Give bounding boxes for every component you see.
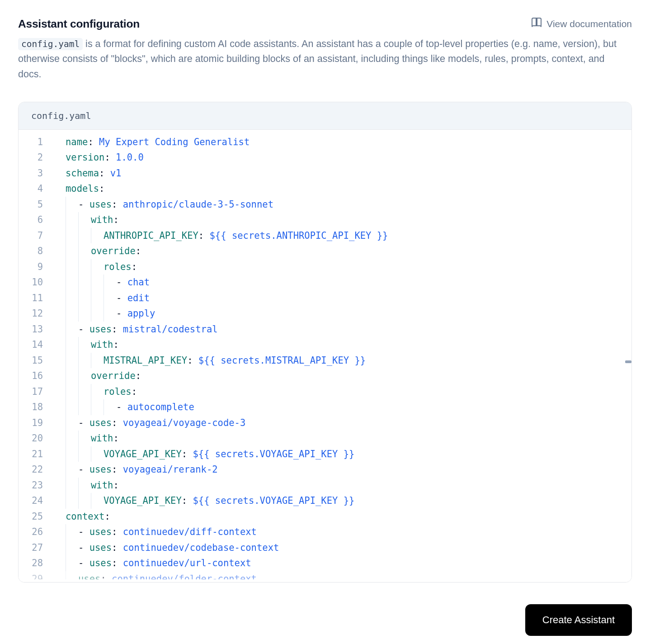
code-content: context:	[55, 509, 631, 525]
indent-guide	[66, 399, 78, 415]
indent-guide	[78, 384, 91, 400]
code-content: VOYAGE_API_KEY: ${{ secrets.VOYAGE_API_K…	[55, 446, 631, 462]
indent-guide	[66, 322, 78, 337]
yaml-key: roles	[104, 261, 132, 272]
yaml-colon: :	[136, 370, 141, 381]
code-line[interactable]: 12- apply	[19, 306, 631, 322]
code-content: VOYAGE_API_KEY: ${{ secrets.VOYAGE_API_K…	[55, 493, 631, 509]
code-content: with:	[55, 212, 631, 228]
yaml-key: models	[66, 183, 99, 194]
yaml-value: continuedev/folder-context	[112, 573, 257, 579]
yaml-dash: -	[116, 277, 127, 288]
code-line[interactable]: 21VOYAGE_API_KEY: ${{ secrets.VOYAGE_API…	[19, 446, 631, 462]
yaml-colon: :	[88, 137, 99, 147]
indent-guide	[78, 275, 91, 290]
code-line[interactable]: 9roles:	[19, 259, 631, 275]
yaml-colon: :	[132, 261, 137, 272]
config-filename-chip: config.yaml	[18, 38, 83, 50]
yaml-value: 1.0.0	[116, 152, 144, 163]
yaml-key: name	[66, 137, 88, 147]
line-number: 27	[19, 540, 55, 556]
code-content: override:	[55, 368, 631, 384]
yaml-secret: ${{ secrets.VOYAGE_API_KEY }}	[193, 449, 354, 459]
code-line[interactable]: 14with:	[19, 337, 631, 353]
code-content: version: 1.0.0	[55, 150, 631, 166]
yaml-value: apply	[127, 308, 155, 319]
code-line[interactable]: 27- uses: continuedev/codebase-context	[19, 540, 631, 556]
yaml-dash: -	[78, 526, 89, 537]
indent-guide	[78, 368, 91, 384]
page-title: Assistant configuration	[18, 18, 140, 30]
code-line[interactable]: 11- edit	[19, 290, 631, 306]
view-documentation-label: View documentation	[546, 19, 632, 29]
indent-guide	[66, 384, 78, 400]
code-line[interactable]: 3schema: v1	[19, 166, 631, 181]
yaml-key: version	[66, 152, 104, 163]
code-line[interactable]: 4models:	[19, 181, 631, 197]
indent-guide	[91, 353, 104, 369]
yaml-value: mistral/codestral	[123, 324, 218, 335]
code-line[interactable]: 23with:	[19, 478, 631, 493]
code-line[interactable]: 18- autocomplete	[19, 399, 631, 415]
create-assistant-button[interactable]: Create Assistant	[525, 604, 632, 636]
line-number: 10	[19, 275, 55, 290]
yaml-colon: :	[99, 168, 110, 179]
code-line[interactable]: 28- uses: continuedev/url-context	[19, 555, 631, 571]
line-number: 4	[19, 181, 55, 197]
code-line[interactable]: 25context:	[19, 509, 631, 525]
code-content: roles:	[55, 384, 631, 400]
code-content: models:	[55, 181, 631, 197]
code-line[interactable]: 8override:	[19, 243, 631, 259]
code-content: - uses: continuedev/url-context	[55, 555, 631, 571]
yaml-dash: -	[116, 308, 127, 319]
code-line[interactable]: 7ANTHROPIC_API_KEY: ${{ secrets.ANTHROPI…	[19, 228, 631, 244]
yaml-value: v1	[110, 168, 122, 179]
indent-guide	[78, 259, 91, 275]
line-number: 19	[19, 415, 55, 431]
yaml-key: with	[91, 214, 113, 225]
yaml-value: My Expert Coding Generalist	[99, 137, 250, 147]
yaml-dash: -	[116, 402, 127, 412]
code-line[interactable]: 10- chat	[19, 275, 631, 290]
view-documentation-link[interactable]: View documentation	[531, 17, 632, 30]
yaml-dash: -	[78, 558, 89, 568]
code-line[interactable]: 1name: My Expert Coding Generalist	[19, 134, 631, 150]
indent-guide	[78, 337, 91, 353]
code-content: - uses: anthropic/claude-3-5-sonnet	[55, 197, 631, 213]
page-root: Assistant configuration View documentati…	[0, 0, 650, 644]
indent-guide	[66, 337, 78, 353]
yaml-key: override	[91, 246, 136, 256]
code-line[interactable]: 15MISTRAL_API_KEY: ${{ secrets.MISTRAL_A…	[19, 353, 631, 369]
line-number: 15	[19, 353, 55, 369]
code-line[interactable]: 22- uses: voyageai/rerank-2	[19, 462, 631, 478]
code-editor[interactable]: 1name: My Expert Coding Generalist2versi…	[19, 130, 631, 582]
yaml-key: uses	[89, 324, 112, 335]
indent-guide	[66, 212, 78, 228]
indent-guide	[104, 290, 116, 306]
indent-guide	[91, 384, 104, 400]
line-number: 1	[19, 134, 55, 150]
yaml-key: uses	[78, 573, 100, 579]
code-line[interactable]: 16override:	[19, 368, 631, 384]
indent-guide	[66, 243, 78, 259]
code-line[interactable]: 2version: 1.0.0	[19, 150, 631, 166]
indent-guide	[78, 353, 91, 369]
scroll-indicator[interactable]	[625, 360, 631, 363]
yaml-colon: :	[104, 511, 110, 522]
code-line[interactable]: 5- uses: anthropic/claude-3-5-sonnet	[19, 197, 631, 213]
code-content: uses: continuedev/folder-context	[55, 571, 631, 579]
code-line[interactable]: 20with:	[19, 431, 631, 446]
code-content: with:	[55, 431, 631, 446]
code-line[interactable]: 29uses: continuedev/folder-context	[19, 571, 631, 579]
yaml-dash: -	[78, 542, 89, 553]
code-line[interactable]: 26- uses: continuedev/diff-context	[19, 524, 631, 540]
indent-guide	[91, 306, 104, 322]
line-number: 18	[19, 399, 55, 415]
code-line[interactable]: 24VOYAGE_API_KEY: ${{ secrets.VOYAGE_API…	[19, 493, 631, 509]
indent-guide	[78, 399, 91, 415]
code-line[interactable]: 19- uses: voyageai/voyage-code-3	[19, 415, 631, 431]
code-line[interactable]: 6with:	[19, 212, 631, 228]
yaml-colon: :	[100, 573, 112, 579]
code-line[interactable]: 13- uses: mistral/codestral	[19, 322, 631, 337]
code-line[interactable]: 17roles:	[19, 384, 631, 400]
